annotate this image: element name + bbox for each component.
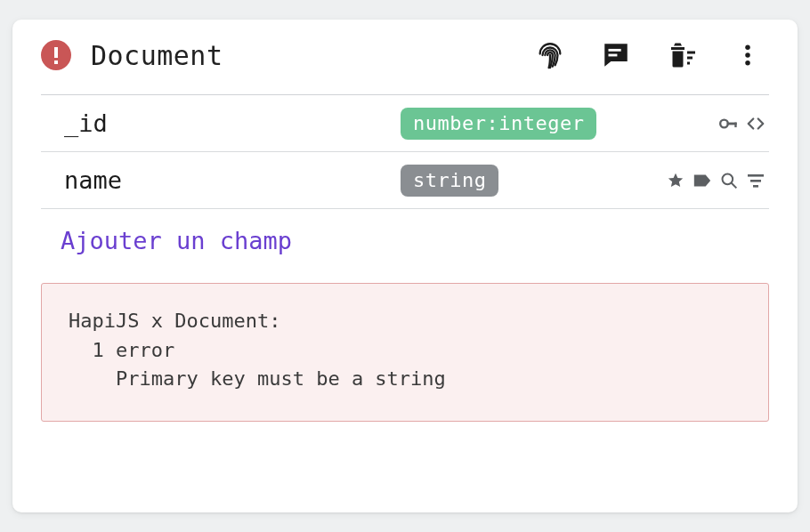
code-icon[interactable]: [746, 114, 765, 133]
svg-rect-14: [750, 180, 761, 182]
key-icon[interactable]: [719, 114, 739, 133]
more-vert-icon[interactable]: [732, 39, 764, 71]
field-type: number:integer: [401, 112, 719, 134]
fingerprint-icon[interactable]: [534, 39, 566, 71]
svg-line-12: [732, 182, 737, 188]
svg-rect-13: [748, 174, 764, 177]
type-badge: number:integer: [401, 108, 596, 140]
svg-point-7: [745, 60, 750, 66]
field-row[interactable]: name string: [41, 152, 769, 209]
comment-icon[interactable]: [600, 39, 632, 71]
svg-point-8: [720, 119, 728, 127]
svg-rect-15: [753, 185, 758, 188]
document-card: Document: [12, 20, 798, 512]
filter-icon[interactable]: [746, 171, 765, 190]
star-icon[interactable]: [666, 171, 685, 190]
label-icon[interactable]: [693, 171, 712, 190]
svg-rect-3: [687, 57, 693, 60]
svg-point-5: [745, 45, 750, 51]
svg-point-11: [723, 173, 733, 184]
header-actions: [534, 39, 769, 71]
svg-rect-4: [687, 62, 690, 65]
svg-rect-2: [687, 52, 695, 54]
error-panel: HapiJS x Document: 1 error Primary key m…: [41, 283, 769, 422]
svg-rect-1: [609, 54, 618, 57]
type-badge: string: [401, 165, 498, 197]
field-attr-icons: [666, 171, 765, 190]
svg-rect-0: [609, 49, 621, 52]
field-type: string: [401, 169, 666, 191]
field-name: _id: [45, 109, 401, 137]
svg-rect-10: [734, 122, 736, 127]
field-name: name: [45, 166, 401, 194]
field-row[interactable]: _id number:integer: [41, 95, 769, 152]
svg-point-6: [745, 52, 750, 58]
card-header: Document: [41, 39, 769, 94]
error-indicator-icon: [41, 40, 71, 70]
add-field-button[interactable]: Ajouter un champ: [41, 209, 769, 267]
field-attr-icons: [719, 114, 765, 133]
card-title: Document: [91, 40, 534, 71]
delete-sweep-icon[interactable]: [666, 39, 698, 71]
search-icon[interactable]: [719, 171, 739, 190]
